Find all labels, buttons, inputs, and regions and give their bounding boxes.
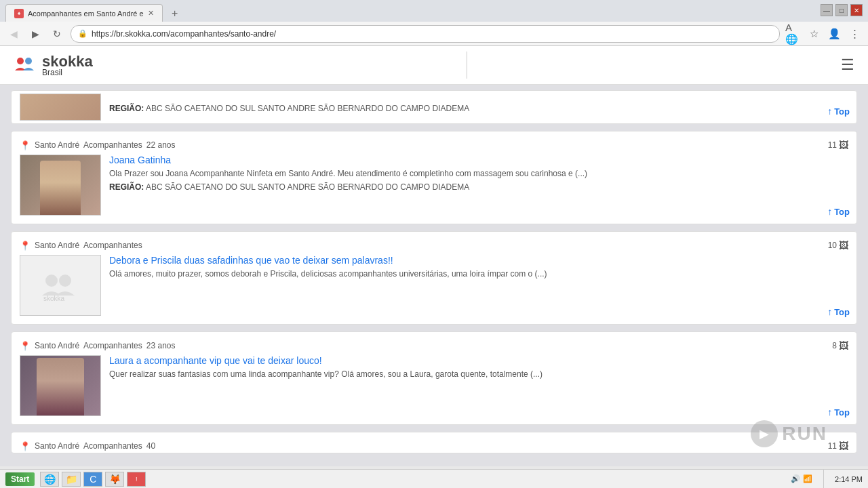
listing-age: 23 anos [146, 341, 176, 350]
listing-title[interactable]: Laura a acompanhante vip que vai te deix… [109, 355, 848, 366]
listing-description: Quer realizar suas fantasias com uma lin… [109, 369, 848, 380]
tray-separator [823, 470, 824, 489]
taskbar-ie-icon[interactable]: 🌐 [40, 472, 59, 487]
photo-count: 11 🖼 [828, 140, 848, 150]
camera-icon: 🖼 [839, 240, 848, 251]
back-button[interactable]: ◀ [5, 26, 22, 42]
top-arrow-icon: ↑ [827, 306, 832, 317]
listing-location: Santo André [35, 241, 79, 250]
partial-region: REGIÃO: ABC SÃO CAETANO DO SUL SANTO AND… [109, 104, 848, 113]
photo-number: 10 [828, 241, 837, 250]
svg-point-0 [17, 58, 24, 64]
taskbar-chrome-icon[interactable]: C [83, 472, 102, 487]
listing-body: skokka Debora e Priscila duas safadinhas… [20, 255, 848, 316]
translate-icon[interactable]: A🌐 [785, 26, 802, 42]
minimize-button[interactable]: — [821, 4, 833, 16]
partial-bottom-card: 📍 Santo André Acompanhantes 40 11 🖼 [11, 432, 857, 453]
listing-link[interactable]: Joana Gatinha [109, 155, 171, 165]
listing-region: REGIÃO: ABC SÃO CAETANO DO SUL SANTO AND… [109, 182, 848, 192]
listing-description: Ola Prazer sou Joana Acompanhante Ninfet… [109, 168, 848, 180]
window-controls: — □ ✕ [821, 4, 863, 16]
tray-icon-1: 🔊 [791, 474, 800, 483]
tab-title-text: Acompanhantes em Santo André e [28, 9, 144, 18]
listing-meta: 📍 Santo André Acompanhantes 40 [20, 441, 155, 451]
placeholder-logo: skokka [37, 268, 84, 302]
url-text: https://br.skokka.com/acompanhantes/sant… [92, 29, 772, 39]
svg-text:skokka: skokka [43, 295, 65, 302]
photo-count: 11 🖼 [828, 441, 848, 451]
listing-location: Santo André [35, 441, 79, 451]
listing-title[interactable]: Joana Gatinha [109, 155, 848, 165]
top-badge: ↑ Top [827, 407, 850, 418]
listing-body: Joana Gatinha Ola Prazer sou Joana Acomp… [20, 155, 848, 216]
listing-age: 40 [146, 441, 155, 451]
top-badge: ↑ Top [827, 306, 850, 317]
partial-listing-text: REGIÃO: ABC SÃO CAETANO DO SUL SANTO AND… [109, 101, 848, 113]
listing-card: 📍 Santo André Acompanhantes 22 anos 11 🖼 [11, 131, 857, 224]
site-logo: skokka Brasil [14, 53, 93, 77]
forward-button[interactable]: ▶ [27, 26, 43, 42]
partial-listing-image [20, 94, 101, 121]
bookmark-icon[interactable]: ☆ [806, 26, 822, 42]
listing-title[interactable]: Debora e Priscila duas safadinhas que va… [109, 255, 848, 266]
top-arrow-icon: ↑ [827, 206, 832, 217]
camera-icon: 🖼 [839, 140, 848, 150]
start-button[interactable]: Start [5, 472, 35, 486]
active-tab[interactable]: ♠ Acompanhantes em Santo André e ✕ [5, 4, 163, 22]
listing-category: Acompanhantes [83, 341, 142, 350]
top-arrow-icon: ↑ [827, 407, 832, 418]
secure-icon: 🔒 [78, 29, 87, 38]
listing-meta: 📍 Santo André Acompanhantes 22 anos [20, 140, 176, 150]
taskbar-time: 2:14 PM [835, 475, 863, 483]
tab-close-button[interactable]: ✕ [148, 9, 154, 18]
placeholder-skokka-svg: skokka [37, 268, 84, 302]
listing-body: Laura a acompanhante vip que vai te deix… [20, 355, 848, 416]
photo-count: 10 🖼 [828, 240, 848, 251]
listing-header: 📍 Santo André Acompanhantes 23 anos 8 🖼 [20, 340, 848, 351]
close-button[interactable]: ✕ [850, 4, 863, 16]
system-tray: 🔊 📶 [791, 474, 812, 483]
refresh-button[interactable]: ↻ [49, 26, 65, 42]
header-divider [467, 52, 467, 79]
location-pin-icon: 📍 [20, 140, 31, 150]
photo-count: 8 🖼 [832, 340, 848, 351]
listing-link[interactable]: Debora e Priscila duas safadinhas que va… [109, 255, 393, 266]
top-badge: ↑ Top [827, 206, 850, 217]
page-content: skokka Brasil ☰ REGIÃO: ABC SÃO CAETANO … [0, 46, 868, 466]
svg-point-1 [25, 58, 32, 64]
listing-thumbnail [20, 355, 101, 416]
partial-top-badge: ↑ Top [827, 106, 850, 117]
tray-icon-2: 📶 [803, 474, 812, 483]
titlebar: ♠ Acompanhantes em Santo André e ✕ + — □… [0, 0, 868, 22]
taskbar-items: 🌐 📁 C 🦊 ! [40, 472, 146, 487]
taskbar-folder-icon[interactable]: 📁 [62, 472, 81, 487]
photo-number: 11 [828, 441, 837, 451]
partial-bottom-header: 📍 Santo André Acompanhantes 40 11 🖼 [20, 441, 848, 451]
maximize-button[interactable]: □ [835, 4, 848, 16]
listing-category: Acompanhantes [83, 241, 142, 250]
camera-icon: 🖼 [839, 441, 848, 451]
more-options-icon[interactable]: ⋮ [846, 26, 863, 42]
site-header: skokka Brasil ☰ [0, 46, 868, 85]
top-arrow-icon: ↑ [827, 106, 832, 117]
listing-text: Debora e Priscila duas safadinhas que va… [109, 255, 848, 316]
listing-thumbnail [20, 155, 101, 216]
listing-thumbnail: skokka [20, 255, 101, 316]
skokka-logo-svg [14, 56, 38, 75]
listing-link[interactable]: Laura a acompanhante vip que vai te deix… [109, 355, 322, 366]
listing-location: Santo André [35, 140, 79, 150]
hamburger-menu[interactable]: ☰ [841, 56, 854, 74]
location-pin-icon: 📍 [20, 441, 31, 451]
listing-location: Santo André [35, 341, 79, 350]
listing-category: Acompanhantes [83, 441, 142, 451]
listing-category: Acompanhantes [83, 140, 142, 150]
taskbar-avast-icon[interactable]: ! [127, 472, 146, 487]
listing-meta: 📍 Santo André Acompanhantes 23 anos [20, 341, 176, 351]
new-tab-button[interactable]: + [167, 5, 183, 22]
listing-description: Olá amores, muito prazer, somos deborah … [109, 268, 848, 280]
taskbar-firefox-icon[interactable]: 🦊 [105, 472, 124, 487]
url-bar[interactable]: 🔒 https://br.skokka.com/acompanhantes/sa… [71, 25, 780, 43]
listing-card: 📍 Santo André Acompanhantes 10 🖼 [11, 231, 857, 325]
profile-icon[interactable]: 👤 [826, 26, 842, 42]
svg-point-2 [45, 274, 58, 287]
